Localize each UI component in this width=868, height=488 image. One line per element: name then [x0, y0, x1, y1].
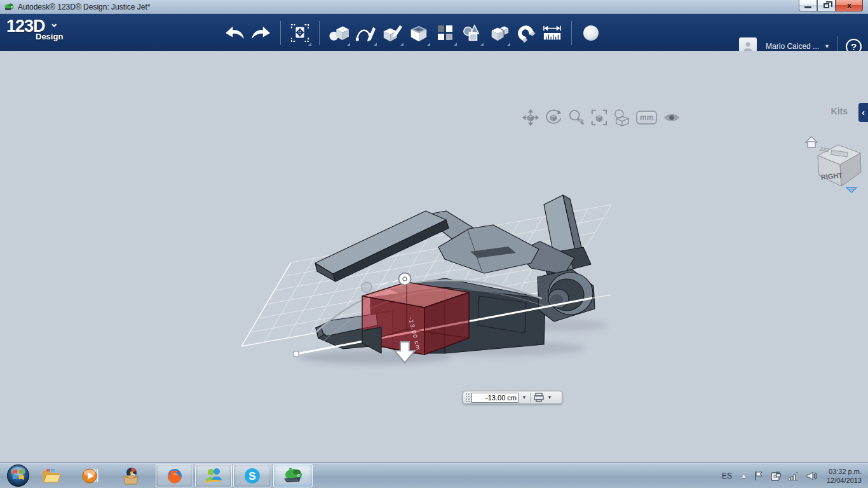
taskbar-catch-app[interactable]: [119, 464, 142, 487]
taskbar-firefox[interactable]: [156, 464, 193, 487]
language-indicator[interactable]: ES: [722, 471, 732, 480]
taskbar-clock[interactable]: 03:32 p.m. 12/04/2013: [827, 467, 862, 485]
minimize-button[interactable]: [799, 0, 817, 11]
redo-button[interactable]: [250, 22, 273, 44]
start-orb-icon: [6, 464, 30, 487]
dimension-ticks: [380, 280, 400, 285]
messenger-icon: [203, 467, 224, 485]
skype-icon: S: [243, 466, 262, 485]
pan-button[interactable]: [520, 108, 541, 127]
zoom-button[interactable]: [566, 108, 587, 127]
ghost-handle[interactable]: [362, 282, 372, 292]
transform-move-icon: [290, 23, 310, 43]
snap-options-icon[interactable]: [534, 393, 544, 402]
user-caret-icon[interactable]: ▼: [824, 43, 830, 50]
123d-design-app-icon: [281, 467, 304, 485]
taskbar-123d-design[interactable]: [273, 464, 313, 487]
dimension-minibar[interactable]: ▼ ▼: [463, 391, 562, 404]
logo-design: Design: [36, 32, 63, 41]
hidden-icons-button[interactable]: ▲: [741, 473, 747, 479]
view-toolbar: mm: [520, 108, 684, 127]
snap-caret-icon[interactable]: ▼: [544, 395, 555, 400]
construct-shell-button[interactable]: [407, 22, 430, 44]
sketch-button[interactable]: [354, 22, 377, 44]
system-tray: ES ▲ 03:3: [722, 463, 868, 488]
snap-button[interactable]: [514, 22, 537, 44]
start-button[interactable]: [5, 464, 31, 487]
volume-speaker-icon[interactable]: [806, 471, 818, 481]
rotate-knob[interactable]: [399, 273, 411, 285]
measure-button[interactable]: [541, 22, 564, 44]
pan-icon: [522, 109, 539, 126]
taskbar-explorer[interactable]: [39, 464, 62, 487]
catch-box-icon: [121, 466, 141, 485]
fit-view-icon: [590, 109, 608, 126]
primitives-icon: [328, 23, 349, 43]
help-glyph: ?: [851, 41, 857, 52]
material-render-button[interactable]: [611, 108, 632, 127]
close-button[interactable]: x: [836, 0, 863, 11]
taskbar-messenger[interactable]: [195, 464, 232, 487]
window-title: Autodesk® 123D® Design: Justice Jet*: [18, 3, 150, 11]
visibility-button[interactable]: [661, 108, 682, 127]
orbit-button[interactable]: [543, 108, 564, 127]
material-sphere-icon: [581, 24, 600, 43]
app-icon: [4, 3, 14, 11]
restore-button[interactable]: [817, 0, 836, 11]
window-titlebar[interactable]: Autodesk® 123D® Design: Justice Jet* x: [0, 0, 868, 14]
construct-shell-icon: [408, 23, 430, 43]
material-render-icon: [613, 109, 632, 126]
network-signal-icon[interactable]: [788, 471, 800, 481]
undo-icon: [224, 24, 245, 42]
primitives-button[interactable]: [327, 22, 350, 44]
viewcube[interactable]: 123 RIGHT: [801, 130, 867, 194]
kits-label: Kits: [831, 106, 848, 116]
action-center-flag-icon[interactable]: [753, 470, 764, 481]
redo-icon: [250, 24, 272, 42]
pattern-button[interactable]: [434, 22, 457, 44]
chevron-left-icon: ‹: [862, 107, 865, 118]
viewcube-filter-icon[interactable]: [846, 187, 857, 193]
windows-taskbar: S ES ▲: [0, 462, 868, 488]
dimension-caret-icon[interactable]: ▼: [519, 395, 530, 400]
restore-icon: [824, 3, 829, 8]
snap-magnet-icon: [515, 23, 536, 43]
power-plug-icon[interactable]: [770, 470, 782, 482]
taskbar-media-player[interactable]: [79, 464, 102, 487]
dimension-input[interactable]: [471, 393, 519, 403]
drag-handle-icon[interactable]: [465, 393, 471, 402]
user-name[interactable]: Mario Caiced ...: [766, 42, 819, 51]
clock-time: 03:32 p.m.: [827, 467, 862, 476]
panel-collapse-tab[interactable]: ‹: [858, 103, 868, 122]
clock-date: 12/04/2013: [827, 476, 862, 485]
pattern-icon: [436, 24, 455, 43]
units-button[interactable]: mm: [636, 111, 657, 125]
orbit-icon: [545, 109, 562, 126]
media-player-icon: [81, 466, 100, 485]
combine-button[interactable]: [487, 22, 510, 44]
fit-view-button[interactable]: [588, 108, 609, 127]
app-menu[interactable]: 123D⌄ Design: [6, 17, 63, 41]
material-button[interactable]: [580, 22, 602, 44]
group-icon: [461, 23, 483, 43]
visibility-eye-icon: [663, 112, 681, 123]
viewport-canvas[interactable]: -13.00 cm: [0, 51, 868, 462]
taskbar-skype[interactable]: S: [233, 464, 271, 487]
zoom-icon: [567, 109, 585, 126]
measure-ruler-icon: [541, 24, 563, 43]
combine-icon: [488, 23, 510, 43]
tweak-button[interactable]: [381, 22, 403, 44]
sketch-icon: [355, 23, 376, 43]
windows-explorer-icon: [41, 468, 60, 484]
minimize-icon: [804, 6, 811, 8]
minibar-separator: [530, 393, 531, 402]
units-label: mm: [640, 113, 653, 122]
skype-letter: S: [248, 470, 255, 482]
group-button[interactable]: [461, 22, 484, 44]
undo-button[interactable]: [223, 22, 246, 44]
viewcube-home-icon[interactable]: [806, 137, 817, 147]
transform-move-button[interactable]: [288, 22, 311, 44]
tweak-icon: [381, 23, 403, 43]
main-toolbar: 123D⌄ Design: [0, 14, 868, 51]
scene-3d: -13.00 cm: [0, 51, 868, 462]
